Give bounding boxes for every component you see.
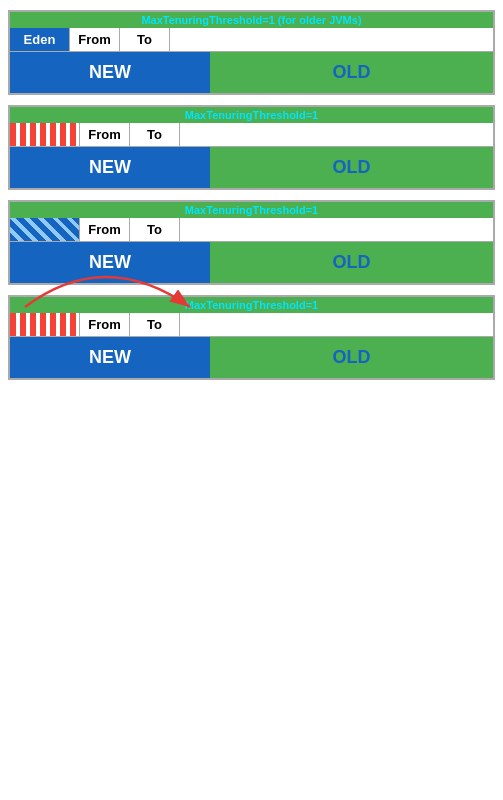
diag-cell <box>10 218 80 241</box>
section-4-cell-row: From To <box>10 313 493 337</box>
striped-cell <box>10 123 80 146</box>
section-3-cell-row: From To <box>10 218 493 242</box>
to-cell: To <box>130 218 180 241</box>
new-label: NEW <box>10 337 210 378</box>
arc-arrow-path <box>25 277 190 307</box>
new-label: NEW <box>10 147 210 188</box>
to-cell: To <box>130 123 180 146</box>
empty-cell <box>180 313 493 336</box>
from-cell: From <box>80 218 130 241</box>
section-1: MaxTenuringThreshold=1 (for older JVMs) … <box>8 10 495 95</box>
section-1-new-old: NEW OLD <box>10 52 493 93</box>
empty-cell <box>180 123 493 146</box>
empty-cell <box>180 218 493 241</box>
section-1-cell-row: Eden From To <box>10 28 493 52</box>
old-label: OLD <box>210 52 493 93</box>
section-1-header: MaxTenuringThreshold=1 (for older JVMs) <box>10 12 493 28</box>
section-4-new-old: NEW OLD <box>10 337 493 378</box>
from-cell: From <box>80 313 130 336</box>
section-4: MaxTenuringThreshold=1 From To NEW OLD <box>8 295 495 380</box>
from-cell: From <box>70 28 120 51</box>
eden-cell: Eden <box>10 28 70 51</box>
arc-arrow-svg <box>15 257 215 312</box>
to-cell: To <box>120 28 170 51</box>
section-3-header: MaxTenuringThreshold=1 <box>10 202 493 218</box>
old-label: OLD <box>210 147 493 188</box>
section-2-header: MaxTenuringThreshold=1 <box>10 107 493 123</box>
old-label: OLD <box>210 242 493 283</box>
arrow-area-cell <box>10 313 80 336</box>
section-2: MaxTenuringThreshold=1 From To NEW OLD <box>8 105 495 190</box>
from-cell: From <box>80 123 130 146</box>
new-label: NEW <box>10 52 210 93</box>
old-label: OLD <box>210 337 493 378</box>
empty-cell <box>170 28 493 51</box>
section-2-cell-row: From To <box>10 123 493 147</box>
section-2-new-old: NEW OLD <box>10 147 493 188</box>
to-cell: To <box>130 313 180 336</box>
